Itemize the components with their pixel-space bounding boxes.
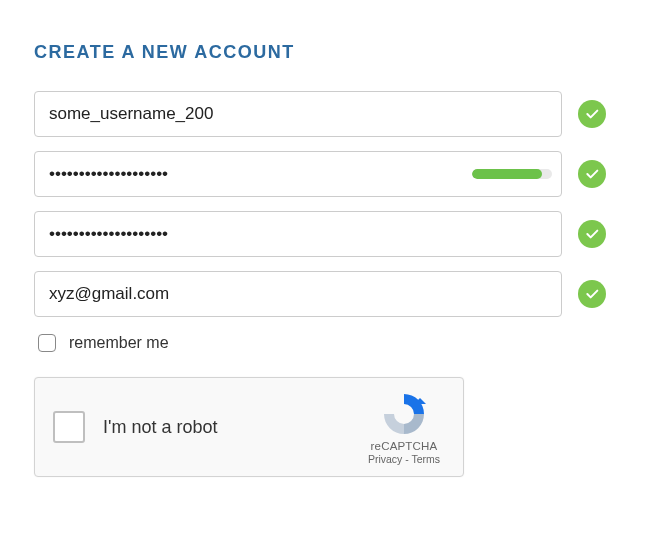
- recaptcha-terms-link[interactable]: Terms: [412, 453, 441, 465]
- email-input[interactable]: [34, 271, 562, 317]
- remember-me-row: remember me: [34, 331, 621, 355]
- recaptcha-links: Privacy - Terms: [359, 453, 449, 465]
- recaptcha-widget: I'm not a robot reCAPTCHA Privacy - Term…: [34, 377, 464, 477]
- page-title: CREATE A NEW ACCOUNT: [34, 42, 621, 63]
- recaptcha-privacy-link[interactable]: Privacy: [368, 453, 402, 465]
- username-row: [34, 91, 621, 137]
- check-icon: [578, 160, 606, 188]
- email-field-wrap: [34, 271, 562, 317]
- remember-me-label: remember me: [69, 334, 169, 352]
- recaptcha-checkbox[interactable]: [53, 411, 85, 443]
- recaptcha-branding: reCAPTCHA Privacy - Terms: [359, 390, 449, 465]
- check-icon: [578, 280, 606, 308]
- check-icon: [578, 100, 606, 128]
- password-strength-fill: [472, 169, 542, 179]
- remember-me-checkbox[interactable]: [38, 334, 56, 352]
- recaptcha-link-separator: -: [402, 453, 411, 465]
- recaptcha-label: I'm not a robot: [103, 417, 359, 438]
- confirm-password-input[interactable]: [34, 211, 562, 257]
- check-icon: [578, 220, 606, 248]
- password-field-wrap: [34, 151, 562, 197]
- password-strength-meter: [472, 169, 552, 179]
- username-field-wrap: [34, 91, 562, 137]
- recaptcha-brand-text: reCAPTCHA: [359, 440, 449, 452]
- confirm-password-row: [34, 211, 621, 257]
- username-input[interactable]: [34, 91, 562, 137]
- confirm-password-field-wrap: [34, 211, 562, 257]
- password-row: [34, 151, 621, 197]
- recaptcha-logo-icon: [380, 390, 428, 438]
- email-row: [34, 271, 621, 317]
